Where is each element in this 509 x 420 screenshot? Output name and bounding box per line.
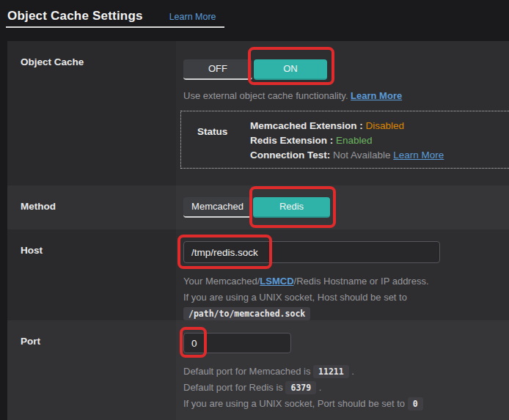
status-label: Status [197,111,250,168]
redis-port-code: 6379 [285,381,316,394]
page-title: Object Cache Settings [7,9,143,23]
method-memcached-button[interactable]: Memcached [183,197,252,218]
port-description-socket: If you are using a UNIX socket, Port sho… [183,396,509,412]
memcached-status-value: Disabled [366,120,405,131]
settings-table: Object Cache OFF ON Use external object … [7,41,509,420]
port-input[interactable] [183,333,291,353]
status-line-connection: Connection Test: Not Available Learn Mor… [250,148,444,163]
method-toggle: Memcached Redis [183,197,330,218]
memcached-port-code: 11211 [313,365,349,378]
object-cache-on-button[interactable]: ON [254,59,327,80]
host-description-2: If you are using a UNIX socket, Host sho… [183,290,509,320]
host-socket-path-code: /path/to/memcached.sock [183,307,310,320]
connection-status-value: Not Available [333,150,393,161]
object-cache-learn-more-link[interactable]: Learn More [351,90,402,101]
host-label: Host [7,229,176,320]
object-cache-off-button[interactable]: OFF [183,59,252,80]
status-line-memcached: Memcached Extension : Disabled [250,119,444,133]
lsmcd-link[interactable]: LSMCD [260,276,293,287]
row-method: Method Memcached Redis [7,185,509,229]
object-cache-toggle: OFF ON [183,59,327,80]
page-header: Object Cache Settings Learn More [6,7,224,28]
method-redis-button[interactable]: Redis [253,197,330,218]
redis-status-value: Enabled [336,135,373,146]
socket-port-code: 0 [408,397,423,410]
host-description-1: Your Memcached/LSMCD/Redis Hostname or I… [183,273,509,290]
header-learn-more-link[interactable]: Learn More [169,12,216,22]
status-box: Status Memcached Extension : Disabled Re… [180,111,509,169]
row-host: Host Your Memcached/LSMCD/Redis Hostname… [7,229,509,320]
port-description-memcached: Default port for Memcached is 11211 . [183,364,509,380]
connection-learn-more-link[interactable]: Learn More [393,150,444,161]
status-line-redis: Redis Extension : Enabled [250,133,444,148]
port-label: Port [7,320,176,420]
method-label: Method [7,185,176,229]
host-input[interactable] [183,241,440,263]
object-cache-label: Object Cache [7,41,176,185]
port-description-redis: Default port for Redis is 6379 . [183,380,509,396]
status-lines: Memcached Extension : Disabled Redis Ext… [250,111,444,168]
row-object-cache: Object Cache OFF ON Use external object … [7,41,509,185]
row-port: Port Default port for Memcached is 11211… [7,320,509,420]
object-cache-description: Use external object cache functionality.… [183,90,509,102]
